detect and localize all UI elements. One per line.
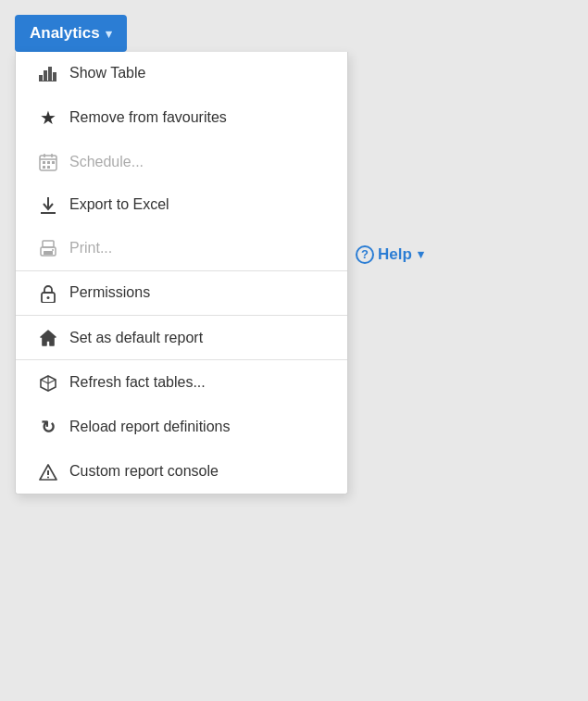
menu-item-print: Print...	[16, 227, 347, 270]
svg-line-25	[41, 380, 48, 383]
menu-label-print: Print...	[69, 240, 112, 257]
menu-item-schedule: Schedule...	[16, 141, 347, 183]
page-container: Analytics ▾ Show Table	[15, 15, 432, 494]
menu-label-permissions: Permissions	[69, 284, 150, 301]
chart-bar-icon	[38, 64, 58, 82]
menu-label-remove-favourites: Remove from favourites	[69, 109, 227, 126]
lock-icon	[38, 283, 58, 303]
analytics-button[interactable]: Analytics ▾	[15, 15, 127, 52]
help-circle-icon: ?	[356, 245, 374, 264]
help-button[interactable]: ? Help ▾	[348, 236, 432, 273]
menu-label-export-excel: Export to Excel	[69, 196, 169, 213]
svg-point-21	[47, 296, 50, 299]
svg-rect-0	[39, 75, 43, 81]
menu-item-custom-report-console[interactable]: Custom report console	[16, 450, 347, 494]
refresh-icon: ↻	[38, 417, 58, 438]
help-chevron-icon: ▾	[418, 247, 424, 261]
analytics-dropdown-wrapper: Analytics ▾ Show Table	[15, 15, 348, 494]
svg-rect-1	[44, 70, 47, 81]
svg-rect-9	[43, 161, 45, 164]
download-icon	[38, 195, 58, 215]
svg-rect-10	[47, 161, 50, 164]
svg-rect-2	[48, 67, 52, 81]
home-icon	[38, 328, 58, 347]
menu-item-refresh-fact-tables[interactable]: Refresh fact tables...	[16, 360, 347, 404]
menu-item-remove-favourites[interactable]: ★ Remove from favourites	[16, 94, 347, 141]
menu-label-custom-report-console: Custom report console	[69, 463, 219, 480]
menu-label-show-table: Show Table	[69, 65, 145, 81]
svg-rect-16	[43, 241, 54, 247]
svg-rect-11	[52, 161, 55, 164]
print-icon	[38, 239, 58, 258]
menu-label-schedule: Schedule...	[69, 154, 144, 170]
menu-item-permissions[interactable]: Permissions	[16, 271, 347, 315]
menu-item-set-default-report[interactable]: Set as default report	[16, 316, 347, 359]
svg-rect-13	[47, 166, 50, 169]
cube-icon	[38, 372, 58, 392]
svg-line-26	[48, 380, 56, 383]
menu-item-show-table[interactable]: Show Table	[16, 52, 347, 94]
menu-label-set-default-report: Set as default report	[69, 330, 203, 346]
star-icon: ★	[38, 106, 58, 129]
svg-rect-18	[44, 251, 53, 255]
menu-label-reload-report-definitions: Reload report definitions	[69, 419, 230, 435]
svg-rect-3	[53, 72, 56, 81]
svg-rect-4	[39, 81, 56, 81]
top-row: Analytics ▾ Show Table	[15, 15, 432, 494]
menu-item-export-excel[interactable]: Export to Excel	[16, 183, 347, 227]
menu-item-reload-report-definitions[interactable]: ↻ Reload report definitions	[16, 405, 347, 450]
warning-icon	[38, 462, 58, 482]
help-label: Help	[378, 245, 412, 264]
svg-point-19	[52, 249, 54, 251]
analytics-label: Analytics	[30, 24, 100, 43]
calendar-icon	[38, 153, 58, 171]
svg-rect-12	[43, 166, 45, 169]
svg-point-29	[47, 476, 49, 478]
analytics-dropdown-menu: Show Table ★ Remove from favourites	[15, 52, 348, 494]
analytics-chevron-icon: ▾	[106, 27, 112, 41]
menu-label-refresh-fact-tables: Refresh fact tables...	[69, 374, 206, 391]
